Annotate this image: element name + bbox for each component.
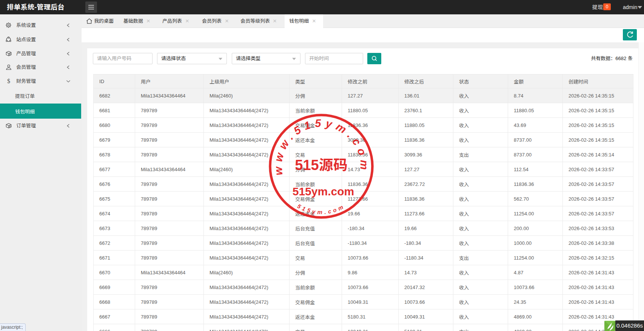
svg-text:$: $ <box>7 78 10 84</box>
svg-text:515ym.com: 515ym.com <box>293 185 354 198</box>
svg-text:515源码: 515源码 <box>295 157 348 173</box>
